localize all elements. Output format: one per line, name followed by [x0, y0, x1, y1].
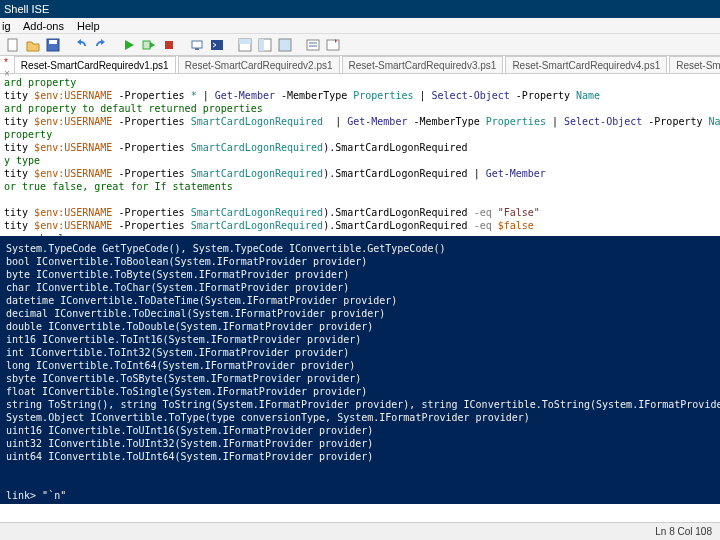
toolbar-separator	[112, 36, 118, 54]
svg-rect-16	[327, 40, 339, 50]
svg-rect-13	[307, 40, 319, 50]
tab-label: Reset-SmartCardRequiredv5.ps1	[676, 60, 720, 71]
tab-v2[interactable]: Reset-SmartCardRequiredv2.ps1	[178, 56, 340, 73]
svg-rect-6	[195, 48, 199, 50]
svg-rect-9	[239, 39, 251, 44]
powershell-icon[interactable]	[208, 36, 226, 54]
menu-item[interactable]: ig	[2, 20, 11, 32]
layout-side-icon[interactable]	[256, 36, 274, 54]
toolbar-separator	[64, 36, 70, 54]
svg-rect-4	[165, 41, 173, 49]
script-editor[interactable]: ard property tity $env:USERNAME -Propert…	[0, 74, 720, 236]
open-file-icon[interactable]	[24, 36, 42, 54]
svg-rect-7	[211, 40, 223, 50]
show-command-icon[interactable]	[304, 36, 322, 54]
tab-v5[interactable]: Reset-SmartCardRequiredv5.ps1	[669, 56, 720, 73]
toolbar	[0, 34, 720, 56]
toolbar-separator	[180, 36, 186, 54]
svg-rect-11	[259, 39, 264, 51]
run-selection-icon[interactable]	[140, 36, 158, 54]
tab-label: Reset-SmartCardRequiredv1.ps1	[21, 60, 169, 71]
tab-star: * ×	[0, 56, 14, 73]
tab-label: Reset-SmartCardRequiredv3.ps1	[349, 60, 497, 71]
layout-full-icon[interactable]	[276, 36, 294, 54]
svg-rect-0	[8, 39, 17, 51]
tab-v3[interactable]: Reset-SmartCardRequiredv3.ps1	[342, 56, 504, 73]
menu-item-addons[interactable]: Add-ons	[23, 20, 64, 32]
toolbar-separator	[296, 36, 302, 54]
command-addon-icon[interactable]	[324, 36, 342, 54]
menu-item-help[interactable]: Help	[77, 20, 100, 32]
tab-label: Reset-SmartCardRequiredv2.ps1	[185, 60, 333, 71]
new-file-icon[interactable]	[4, 36, 22, 54]
redo-icon[interactable]	[92, 36, 110, 54]
status-bar: Ln 8 Col 108	[0, 522, 720, 540]
svg-rect-5	[192, 41, 202, 48]
menu-bar: ig Add-ons Help	[0, 18, 720, 34]
console-pane[interactable]: System.TypeCode GetTypeCode(), System.Ty…	[0, 236, 720, 504]
run-icon[interactable]	[120, 36, 138, 54]
window-title: Shell ISE	[4, 3, 49, 15]
script-tab-row: * × Reset-SmartCardRequiredv1.ps1 Reset-…	[0, 56, 720, 74]
svg-rect-2	[49, 40, 57, 44]
svg-rect-12	[279, 39, 291, 51]
cursor-position: Ln 8 Col 108	[655, 526, 712, 537]
tab-v1[interactable]: Reset-SmartCardRequiredv1.ps1	[14, 56, 176, 73]
layout-top-icon[interactable]	[236, 36, 254, 54]
undo-icon[interactable]	[72, 36, 90, 54]
tab-label: Reset-SmartCardRequiredv4.ps1	[512, 60, 660, 71]
save-icon[interactable]	[44, 36, 62, 54]
svg-rect-3	[143, 41, 150, 49]
new-remote-icon[interactable]	[188, 36, 206, 54]
toolbar-separator	[228, 36, 234, 54]
stop-icon[interactable]	[160, 36, 178, 54]
tab-v4[interactable]: Reset-SmartCardRequiredv4.ps1	[505, 56, 667, 73]
window-titlebar: Shell ISE	[0, 0, 720, 18]
